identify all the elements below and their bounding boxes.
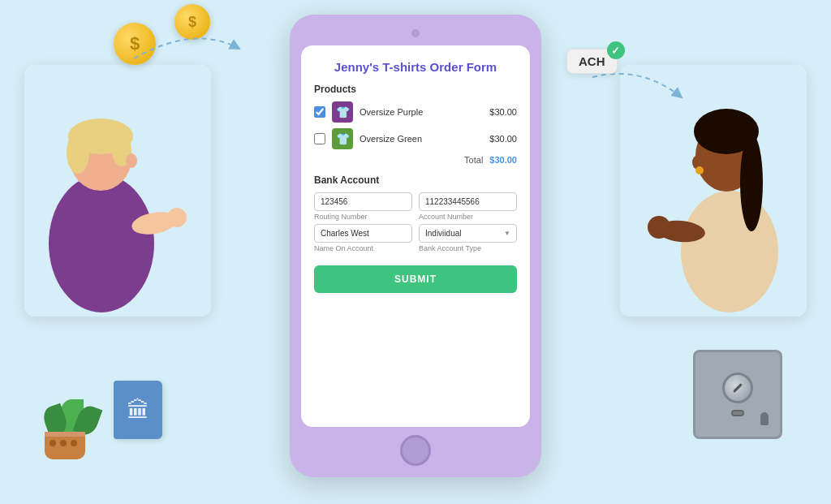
account-number-group: Account Number [419, 192, 517, 221]
coin-1: $ [114, 23, 156, 65]
safe-decoration [693, 350, 782, 439]
plant-decoration [45, 399, 98, 459]
product-icon-green: 👕 [332, 128, 353, 149]
submit-button[interactable]: SUBMIT [314, 265, 517, 293]
name-on-account-input[interactable] [314, 224, 412, 243]
coin-2: $ [174, 4, 210, 40]
person-right-illustration [620, 65, 807, 317]
bank-inputs-row-1: Routing Number Account Number [314, 192, 517, 221]
bank-icon: 🏛 [127, 397, 149, 424]
svg-point-3 [167, 208, 187, 227]
product-name-green: Oversize Green [360, 134, 483, 144]
tablet-screen: Jenny's T-shirts Order Form Products 👕 O… [301, 45, 530, 427]
bank-section-label: Bank Account [314, 174, 517, 186]
svg-point-1 [49, 174, 154, 312]
account-number-input[interactable] [419, 192, 517, 211]
form-title: Jenny's T-shirts Order Form [314, 60, 517, 74]
left-panel [24, 65, 211, 317]
bank-book: 🏛 [114, 381, 162, 439]
product-checkbox-green[interactable] [314, 133, 325, 144]
product-checkbox-purple[interactable] [314, 106, 325, 118]
account-type-value: Indiviidual [425, 229, 461, 238]
product-price-purple: $30.00 [489, 107, 517, 117]
product-icon-purple: 👕 [332, 101, 353, 123]
product-row-green: 👕 Oversize Green $30.00 [314, 128, 517, 149]
svg-point-7 [67, 131, 89, 174]
ach-label: ACH [579, 54, 605, 68]
total-row: Total $30.00 [314, 155, 517, 165]
tablet-camera [411, 29, 420, 37]
right-panel [620, 65, 807, 317]
background-scene: 🏛 $ $ $ [0, 0, 831, 504]
person-left-illustration [24, 65, 211, 317]
svg-point-17 [740, 134, 763, 231]
svg-point-11 [681, 191, 778, 312]
total-label: Total [464, 155, 483, 165]
account-type-select[interactable]: Indiviidual ▼ [419, 224, 517, 243]
name-on-account-group: Name On Account [314, 224, 412, 252]
tablet-frame: Jenny's T-shirts Order Form Products 👕 O… [290, 15, 541, 477]
routing-number-label: Routing Number [314, 213, 412, 221]
name-on-account-label: Name On Account [314, 244, 412, 252]
bank-account-section: Bank Account Routing Number Account Numb… [314, 174, 517, 252]
product-row-purple: 👕 Oversize Purple $30.00 [314, 101, 517, 123]
chevron-down-icon: ▼ [504, 230, 510, 237]
total-value: $30.00 [489, 155, 517, 165]
bank-inputs-row-2: Name On Account Indiviidual ▼ Bank Accou… [314, 224, 517, 252]
ach-badge: ACH ✓ [566, 49, 618, 74]
svg-point-9 [126, 153, 137, 168]
svg-point-13 [648, 216, 670, 239]
svg-point-19 [695, 166, 704, 174]
tablet-home-button[interactable] [400, 435, 431, 466]
account-type-group: Indiviidual ▼ Bank Account Type [419, 224, 517, 252]
products-section-label: Products [314, 84, 517, 95]
routing-number-input[interactable] [314, 192, 412, 211]
ach-check-icon: ✓ [607, 41, 625, 59]
account-number-label: Account Number [419, 213, 517, 221]
account-type-label: Bank Account Type [419, 244, 517, 252]
product-price-green: $30.00 [489, 134, 517, 144]
routing-number-group: Routing Number [314, 192, 412, 221]
product-name-purple: Oversize Purple [360, 107, 483, 117]
